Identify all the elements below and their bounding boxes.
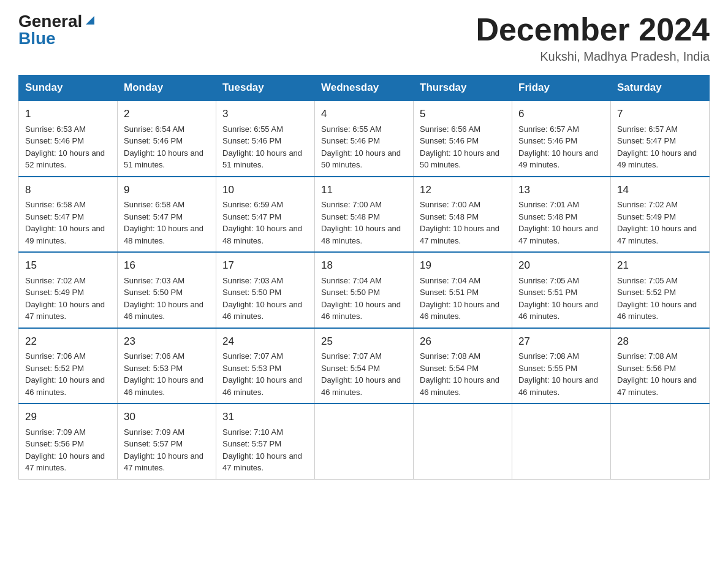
- day-number: 15: [25, 258, 111, 274]
- calendar-cell: 26Sunrise: 7:08 AMSunset: 5:54 PMDayligh…: [414, 328, 512, 404]
- day-number: 8: [25, 182, 111, 198]
- day-number: 16: [124, 258, 210, 274]
- day-info: Sunrise: 7:07 AMSunset: 5:54 PMDaylight:…: [321, 351, 401, 397]
- day-info: Sunrise: 7:08 AMSunset: 5:56 PMDaylight:…: [617, 351, 697, 397]
- logo: General Blue: [18, 12, 97, 48]
- day-info: Sunrise: 7:01 AMSunset: 5:48 PMDaylight:…: [518, 200, 598, 245]
- title-section: December 2024 Kukshi, Madhya Pradesh, In…: [476, 12, 710, 64]
- day-number: 18: [321, 258, 407, 274]
- day-number: 7: [617, 106, 703, 122]
- day-info: Sunrise: 7:02 AMSunset: 5:49 PMDaylight:…: [617, 200, 697, 245]
- calendar-cell: 17Sunrise: 7:03 AMSunset: 5:50 PMDayligh…: [216, 252, 315, 328]
- col-header-saturday: Saturday: [611, 75, 710, 101]
- calendar-cell: 28Sunrise: 7:08 AMSunset: 5:56 PMDayligh…: [611, 328, 710, 404]
- logo-triangle-icon: [83, 13, 97, 27]
- day-number: 5: [420, 106, 506, 122]
- day-number: 20: [518, 258, 604, 274]
- day-info: Sunrise: 7:09 AMSunset: 5:57 PMDaylight:…: [124, 427, 203, 473]
- day-info: Sunrise: 7:08 AMSunset: 5:54 PMDaylight:…: [420, 351, 499, 397]
- calendar-cell: 30Sunrise: 7:09 AMSunset: 5:57 PMDayligh…: [118, 404, 216, 479]
- calendar-cell: 22Sunrise: 7:06 AMSunset: 5:52 PMDayligh…: [19, 328, 118, 404]
- calendar-cell: 29Sunrise: 7:09 AMSunset: 5:56 PMDayligh…: [19, 404, 118, 479]
- calendar-cell: 7Sunrise: 6:57 AMSunset: 5:47 PMDaylight…: [611, 101, 710, 177]
- day-number: 2: [124, 106, 210, 122]
- calendar-cell: 16Sunrise: 7:03 AMSunset: 5:50 PMDayligh…: [118, 252, 216, 328]
- col-header-wednesday: Wednesday: [315, 75, 414, 101]
- day-number: 9: [124, 182, 210, 198]
- calendar-cell: [611, 404, 710, 479]
- calendar-cell: 13Sunrise: 7:01 AMSunset: 5:48 PMDayligh…: [512, 177, 611, 253]
- calendar-cell: 24Sunrise: 7:07 AMSunset: 5:53 PMDayligh…: [216, 328, 315, 404]
- calendar-cell: 10Sunrise: 6:59 AMSunset: 5:47 PMDayligh…: [216, 177, 315, 253]
- calendar-cell: [414, 404, 512, 479]
- calendar-cell: 8Sunrise: 6:58 AMSunset: 5:47 PMDaylight…: [19, 177, 118, 253]
- calendar-cell: 15Sunrise: 7:02 AMSunset: 5:49 PMDayligh…: [19, 252, 118, 328]
- day-info: Sunrise: 7:00 AMSunset: 5:48 PMDaylight:…: [420, 200, 499, 245]
- calendar-cell: 2Sunrise: 6:54 AMSunset: 5:46 PMDaylight…: [118, 101, 216, 177]
- day-number: 27: [518, 334, 604, 350]
- col-header-friday: Friday: [512, 75, 611, 101]
- day-number: 26: [420, 334, 506, 350]
- calendar-cell: 20Sunrise: 7:05 AMSunset: 5:51 PMDayligh…: [512, 252, 611, 328]
- calendar-week-row: 8Sunrise: 6:58 AMSunset: 5:47 PMDaylight…: [19, 177, 710, 253]
- day-number: 17: [222, 258, 308, 274]
- calendar-cell: 4Sunrise: 6:55 AMSunset: 5:46 PMDaylight…: [315, 101, 414, 177]
- day-info: Sunrise: 7:07 AMSunset: 5:53 PMDaylight:…: [222, 351, 302, 397]
- day-number: 14: [617, 182, 703, 198]
- day-info: Sunrise: 7:00 AMSunset: 5:48 PMDaylight:…: [321, 200, 401, 245]
- calendar-week-row: 22Sunrise: 7:06 AMSunset: 5:52 PMDayligh…: [19, 328, 710, 404]
- day-info: Sunrise: 7:10 AMSunset: 5:57 PMDaylight:…: [222, 427, 302, 473]
- day-info: Sunrise: 7:06 AMSunset: 5:53 PMDaylight:…: [124, 351, 203, 397]
- calendar-cell: 23Sunrise: 7:06 AMSunset: 5:53 PMDayligh…: [118, 328, 216, 404]
- day-number: 24: [222, 334, 308, 350]
- day-info: Sunrise: 7:04 AMSunset: 5:50 PMDaylight:…: [321, 276, 401, 321]
- day-number: 23: [124, 334, 210, 350]
- calendar-cell: 31Sunrise: 7:10 AMSunset: 5:57 PMDayligh…: [216, 404, 315, 479]
- day-info: Sunrise: 6:58 AMSunset: 5:47 PMDaylight:…: [124, 200, 203, 245]
- calendar-cell: [512, 404, 611, 479]
- col-header-tuesday: Tuesday: [216, 75, 315, 101]
- day-number: 19: [420, 258, 506, 274]
- day-info: Sunrise: 6:56 AMSunset: 5:46 PMDaylight:…: [420, 124, 499, 170]
- day-info: Sunrise: 7:09 AMSunset: 5:56 PMDaylight:…: [25, 427, 105, 473]
- month-year-title: December 2024: [476, 12, 710, 47]
- calendar-cell: [315, 404, 414, 479]
- day-info: Sunrise: 6:57 AMSunset: 5:46 PMDaylight:…: [518, 124, 598, 170]
- calendar-cell: 21Sunrise: 7:05 AMSunset: 5:52 PMDayligh…: [611, 252, 710, 328]
- calendar-week-row: 29Sunrise: 7:09 AMSunset: 5:56 PMDayligh…: [19, 404, 710, 479]
- day-number: 4: [321, 106, 407, 122]
- calendar-cell: 6Sunrise: 6:57 AMSunset: 5:46 PMDaylight…: [512, 101, 611, 177]
- day-number: 6: [518, 106, 604, 122]
- page-header: General Blue December 2024 Kukshi, Madhy…: [18, 12, 710, 64]
- svg-marker-0: [86, 16, 94, 25]
- calendar-week-row: 15Sunrise: 7:02 AMSunset: 5:49 PMDayligh…: [19, 252, 710, 328]
- day-info: Sunrise: 7:05 AMSunset: 5:52 PMDaylight:…: [617, 276, 697, 321]
- day-info: Sunrise: 6:55 AMSunset: 5:46 PMDaylight:…: [222, 124, 302, 170]
- day-number: 29: [25, 409, 111, 425]
- day-info: Sunrise: 7:06 AMSunset: 5:52 PMDaylight:…: [25, 351, 105, 397]
- day-number: 25: [321, 334, 407, 350]
- calendar-table: SundayMondayTuesdayWednesdayThursdayFrid…: [18, 75, 710, 480]
- day-info: Sunrise: 6:59 AMSunset: 5:47 PMDaylight:…: [222, 200, 302, 245]
- day-number: 28: [617, 334, 703, 350]
- calendar-cell: 1Sunrise: 6:53 AMSunset: 5:46 PMDaylight…: [19, 101, 118, 177]
- day-number: 10: [222, 182, 308, 198]
- day-info: Sunrise: 7:03 AMSunset: 5:50 PMDaylight:…: [124, 276, 203, 321]
- calendar-cell: 19Sunrise: 7:04 AMSunset: 5:51 PMDayligh…: [414, 252, 512, 328]
- col-header-thursday: Thursday: [414, 75, 512, 101]
- day-number: 13: [518, 182, 604, 198]
- day-info: Sunrise: 6:54 AMSunset: 5:46 PMDaylight:…: [124, 124, 203, 170]
- day-info: Sunrise: 7:02 AMSunset: 5:49 PMDaylight:…: [25, 276, 105, 321]
- col-header-monday: Monday: [118, 75, 216, 101]
- day-number: 3: [222, 106, 308, 122]
- day-info: Sunrise: 7:08 AMSunset: 5:55 PMDaylight:…: [518, 351, 598, 397]
- calendar-cell: 3Sunrise: 6:55 AMSunset: 5:46 PMDaylight…: [216, 101, 315, 177]
- calendar-cell: 27Sunrise: 7:08 AMSunset: 5:55 PMDayligh…: [512, 328, 611, 404]
- location-subtitle: Kukshi, Madhya Pradesh, India: [476, 50, 710, 64]
- day-info: Sunrise: 6:57 AMSunset: 5:47 PMDaylight:…: [617, 124, 697, 170]
- calendar-cell: 5Sunrise: 6:56 AMSunset: 5:46 PMDaylight…: [414, 101, 512, 177]
- calendar-cell: 9Sunrise: 6:58 AMSunset: 5:47 PMDaylight…: [118, 177, 216, 253]
- day-info: Sunrise: 7:04 AMSunset: 5:51 PMDaylight:…: [420, 276, 499, 321]
- day-number: 12: [420, 182, 506, 198]
- day-number: 31: [222, 409, 308, 425]
